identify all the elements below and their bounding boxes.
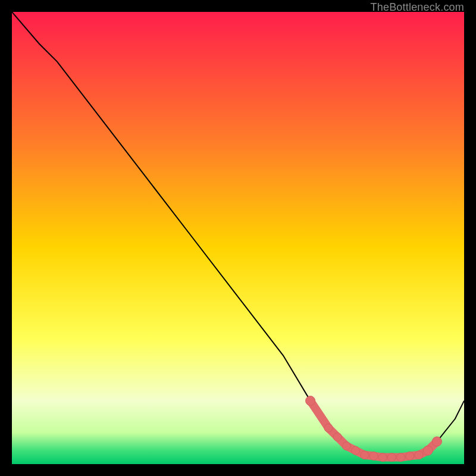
plot-area (12, 12, 464, 464)
marker-dot (369, 452, 378, 460)
marker-dot (387, 453, 396, 462)
marker-dot (352, 446, 360, 455)
marker-dot (397, 453, 405, 462)
marker-dot (432, 437, 441, 446)
marker-dot (333, 433, 342, 441)
marker-dot (306, 396, 315, 406)
marker-dot (406, 452, 414, 460)
marker-dot (361, 451, 369, 459)
marker-dot (342, 442, 350, 450)
chart-stage: TheBottleneck.com (0, 0, 476, 476)
marker-dot (324, 424, 333, 432)
marker-dot (415, 451, 423, 459)
marker-dot (423, 446, 433, 455)
marker-dot (378, 453, 387, 462)
chart-svg (12, 12, 464, 464)
gradient-background (12, 12, 464, 464)
